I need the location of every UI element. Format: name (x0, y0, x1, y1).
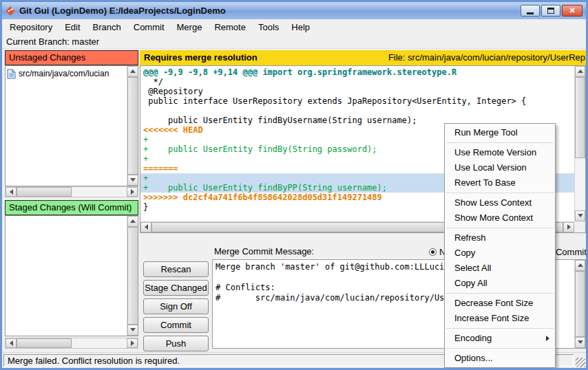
staged-horizontal-scrollbar[interactable] (5, 338, 138, 349)
resize-grip[interactable] (576, 358, 585, 367)
unstaged-changes-header: Unstaged Changes (5, 50, 138, 65)
close-icon: ✕ (569, 7, 575, 14)
menu-help[interactable]: Help (285, 20, 316, 34)
sign-off-button[interactable]: Sign Off (143, 298, 209, 314)
scrollbar-thumb[interactable] (127, 77, 138, 175)
scroll-down-arrow[interactable] (575, 337, 585, 348)
menu-separator (446, 348, 554, 349)
context-menu-item-use-local-version[interactable]: Use Local Version (445, 160, 555, 175)
context-menu-item-increase-font-size[interactable]: Increase Font Size (445, 311, 555, 326)
menu-tools[interactable]: Tools (252, 20, 285, 34)
context-menu-item-decrease-font-size[interactable]: Decrease Font Size (445, 296, 555, 311)
menu-separator (446, 328, 554, 329)
menu-separator (446, 142, 554, 143)
context-menu-item-copy-all[interactable]: Copy All (445, 276, 555, 291)
window-controls: ✕ (521, 5, 582, 17)
diff-line-hunk-header[interactable]: @@@ -9,9 -9,8 +9,14 @@@ import org.sprin… (143, 67, 574, 77)
diff-line[interactable] (143, 106, 574, 116)
menu-merge[interactable]: Merge (171, 20, 209, 34)
menu-separator (446, 228, 554, 228)
commit-button[interactable]: Commit (143, 317, 209, 333)
arrow-right-icon (567, 224, 571, 230)
arrow-up-icon (130, 69, 136, 73)
minimize-button[interactable] (521, 5, 540, 17)
menu-remote[interactable]: Remote (208, 20, 252, 34)
stage-changed-button[interactable]: Stage Changed (143, 280, 209, 296)
scroll-up-arrow[interactable] (575, 66, 585, 77)
context-menu-item-copy[interactable]: Copy (445, 246, 555, 261)
scroll-left-arrow[interactable] (6, 187, 17, 197)
submenu-arrow-icon (546, 336, 549, 341)
arrow-up-icon (578, 69, 583, 73)
menu-commit[interactable]: Commit (127, 20, 171, 34)
scroll-down-arrow[interactable] (575, 210, 585, 221)
context-menu-item-use-remote-version[interactable]: Use Remote Version (445, 145, 555, 160)
scrollbar-thumb[interactable] (127, 227, 138, 325)
merge-banner: Requires merge resolution File: src/main… (140, 50, 586, 65)
scrollbar-thumb[interactable] (17, 187, 72, 197)
scrollbar-thumb[interactable] (575, 271, 585, 337)
context-menu-item-options[interactable]: Options... (445, 351, 555, 366)
menu-separator (446, 293, 554, 294)
arrow-left-icon (145, 224, 148, 230)
scroll-up-arrow[interactable] (127, 66, 138, 77)
scroll-right-arrow[interactable] (127, 338, 138, 348)
arrow-up-icon (130, 219, 136, 223)
unstaged-file-row[interactable]: src/main/java/com/lucian (7, 67, 125, 80)
scrollbar-thumb[interactable] (17, 338, 72, 348)
menu-branch[interactable]: Branch (87, 20, 127, 34)
maximize-button[interactable] (541, 5, 560, 17)
app-icon (5, 6, 16, 17)
unstaged-horizontal-scrollbar[interactable] (5, 186, 138, 197)
title-bar[interactable]: Git Gui (LoginDemo) E:/IdeaProjects/Logi… (2, 2, 586, 19)
arrow-down-icon (578, 340, 583, 344)
staged-changes-header: Staged Changes (Will Commit) (5, 200, 138, 215)
push-button[interactable]: Push (143, 336, 209, 351)
encoding-label: Encoding (454, 333, 492, 343)
staged-vertical-scrollbar[interactable] (127, 216, 138, 336)
staged-file-list[interactable] (5, 215, 138, 336)
menu-edit[interactable]: Edit (59, 20, 86, 34)
commit-message-label: Merge Commit Message: (214, 246, 314, 257)
arrow-left-icon (10, 189, 13, 195)
arrow-left-icon (10, 340, 13, 346)
menu-repository[interactable]: Repository (3, 20, 59, 34)
git-gui-window: Git Gui (LoginDemo) E:/IdeaProjects/Logi… (0, 0, 588, 370)
context-menu-item-encoding[interactable]: Encoding (445, 331, 555, 346)
scroll-up-arrow[interactable] (127, 216, 138, 227)
scroll-right-arrow[interactable] (127, 187, 138, 197)
scroll-down-arrow[interactable] (127, 175, 138, 186)
context-menu-item-run-merge-tool[interactable]: Run Merge Tool (445, 125, 555, 140)
diff-file-path: File: src/main/java/com/lucian/repositor… (388, 52, 585, 63)
close-button[interactable]: ✕ (562, 5, 582, 17)
radio-selected-icon (429, 248, 437, 256)
context-menu-item-select-all[interactable]: Select All (445, 261, 555, 276)
arrow-down-icon (130, 328, 136, 331)
scrollbar-thumb[interactable] (575, 77, 585, 158)
diff-line[interactable]: */ (143, 77, 574, 87)
scroll-right-arrow[interactable] (563, 222, 574, 232)
merge-status-text: Requires merge resolution (144, 52, 258, 63)
arrow-down-icon (578, 214, 583, 217)
context-menu-item-refresh[interactable]: Refresh (445, 230, 555, 246)
commit-message-vertical-scrollbar[interactable] (574, 260, 585, 348)
scrollbar-corner (574, 221, 585, 232)
unstaged-vertical-scrollbar[interactable] (127, 66, 138, 186)
scroll-left-arrow[interactable] (6, 338, 17, 348)
rescan-button[interactable]: Rescan (143, 261, 209, 277)
diff-line[interactable]: public interface UserRepository extends … (143, 96, 574, 106)
scroll-left-arrow[interactable] (140, 222, 151, 232)
context-menu-item-show-more-context[interactable]: Show More Context (445, 210, 555, 226)
context-menu-item-revert-to-base[interactable]: Revert To Base (445, 175, 555, 191)
scroll-up-arrow[interactable] (575, 260, 585, 271)
unstaged-file-list[interactable]: src/main/java/com/lucian (5, 65, 138, 186)
arrow-up-icon (578, 263, 583, 267)
diff-line[interactable]: @Repository (143, 87, 574, 96)
diff-vertical-scrollbar[interactable] (574, 66, 585, 221)
menu-separator (446, 193, 554, 193)
file-icon (7, 69, 16, 79)
context-menu-item-show-less-context[interactable]: Show Less Context (445, 195, 555, 210)
arrow-right-icon (131, 340, 134, 346)
maximize-icon (547, 8, 554, 14)
scroll-down-arrow[interactable] (127, 325, 138, 336)
